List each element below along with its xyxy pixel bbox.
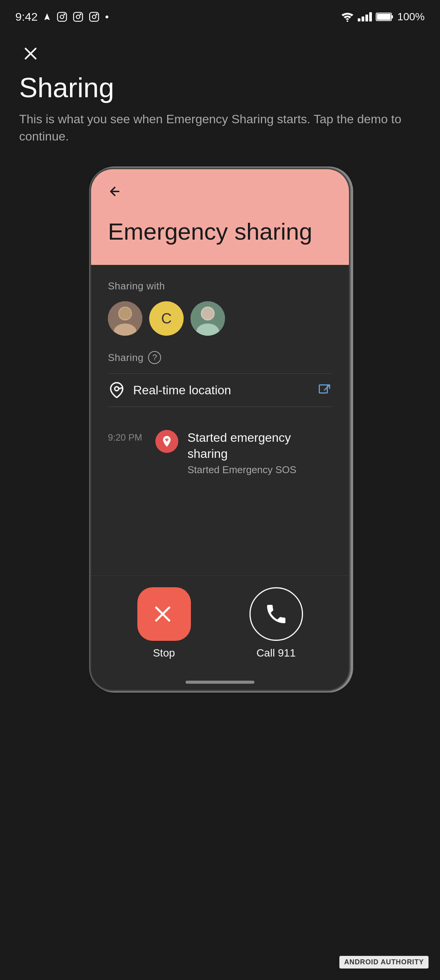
app-icon-1 bbox=[57, 11, 67, 22]
svg-point-8 bbox=[96, 14, 97, 15]
svg-point-9 bbox=[347, 20, 348, 22]
battery-percent: 100% bbox=[397, 11, 425, 23]
avatar-row: C bbox=[108, 301, 332, 336]
avatar-letter: C bbox=[161, 310, 171, 327]
sharing-with-section: Sharing with C bbox=[108, 280, 332, 336]
person-silhouette-3 bbox=[191, 301, 225, 336]
wifi-icon bbox=[341, 12, 354, 22]
event-icon-circle bbox=[155, 430, 178, 453]
status-left: 9:42 • bbox=[15, 10, 109, 23]
svg-rect-0 bbox=[58, 12, 67, 21]
svg-point-4 bbox=[77, 15, 80, 18]
svg-point-23 bbox=[115, 387, 119, 391]
home-bar bbox=[186, 681, 254, 684]
close-button[interactable] bbox=[19, 42, 42, 65]
notification-dot: • bbox=[105, 11, 109, 23]
bottom-action-bar: Stop Call 911 bbox=[91, 575, 349, 675]
location-left: Real-time location bbox=[108, 381, 231, 399]
status-bar: 9:42 • bbox=[0, 0, 440, 31]
stop-x-icon bbox=[152, 602, 176, 626]
svg-point-22 bbox=[202, 308, 213, 319]
stop-button-container: Stop bbox=[137, 587, 191, 659]
sharing-section: Sharing ? bbox=[108, 351, 332, 364]
content-spacer bbox=[91, 499, 349, 575]
svg-point-18 bbox=[119, 308, 131, 319]
home-indicator bbox=[91, 675, 349, 690]
call-label: Call 911 bbox=[256, 647, 296, 659]
event-time: 9:20 PM bbox=[108, 430, 146, 443]
event-title: Started emergency sharing bbox=[187, 430, 332, 462]
person-silhouette-1 bbox=[108, 301, 142, 336]
app-icon-2 bbox=[73, 11, 83, 22]
sos-icon bbox=[160, 435, 173, 448]
svg-point-25 bbox=[166, 440, 168, 441]
status-right: 100% bbox=[341, 11, 425, 23]
svg-point-2 bbox=[64, 14, 65, 15]
svg-point-1 bbox=[60, 15, 64, 18]
phone-frame: Emergency sharing Sharing with C bbox=[90, 168, 350, 691]
stop-button[interactable] bbox=[137, 587, 191, 641]
svg-point-7 bbox=[93, 15, 96, 18]
external-link-icon[interactable] bbox=[317, 382, 332, 398]
time-display: 9:42 bbox=[15, 10, 37, 23]
call-911-button[interactable] bbox=[249, 587, 303, 641]
event-row: 9:20 PM Started emergency sharing Starte… bbox=[108, 422, 332, 483]
location-icon bbox=[108, 381, 125, 399]
navigation-icon bbox=[43, 13, 51, 21]
stop-label: Stop bbox=[153, 647, 175, 659]
location-row[interactable]: Real-time location bbox=[108, 373, 332, 407]
event-subtitle: Started Emergency SOS bbox=[187, 464, 332, 476]
avatar-2: C bbox=[149, 301, 184, 336]
app-icon-3 bbox=[89, 11, 99, 22]
call-button-container: Call 911 bbox=[249, 587, 303, 659]
help-icon[interactable]: ? bbox=[148, 351, 161, 364]
phone-icon bbox=[264, 602, 288, 626]
emergency-header: Emergency sharing bbox=[91, 169, 349, 265]
avatar-3 bbox=[191, 301, 225, 336]
page-subtitle: This is what you see when Emergency Shar… bbox=[19, 111, 421, 145]
sharing-content: Sharing with C bbox=[91, 265, 349, 499]
android-authority-watermark: ANDROID AUTHORITY bbox=[339, 956, 429, 969]
event-content: Started emergency sharing Started Emerge… bbox=[187, 430, 332, 476]
signal-icon bbox=[358, 12, 372, 21]
svg-rect-6 bbox=[90, 12, 99, 21]
svg-point-5 bbox=[80, 14, 81, 15]
svg-rect-12 bbox=[377, 14, 391, 20]
location-text: Real-time location bbox=[133, 383, 231, 397]
svg-rect-11 bbox=[391, 15, 393, 18]
sharing-label: Sharing bbox=[108, 352, 143, 364]
page-title: Sharing bbox=[19, 73, 421, 103]
avatar-1 bbox=[108, 301, 142, 336]
svg-rect-3 bbox=[74, 12, 83, 21]
emergency-title: Emergency sharing bbox=[108, 217, 332, 246]
back-button[interactable] bbox=[108, 185, 332, 198]
sharing-with-label: Sharing with bbox=[108, 280, 332, 292]
battery-icon bbox=[376, 12, 393, 22]
page-header: Sharing This is what you see when Emerge… bbox=[0, 31, 440, 153]
